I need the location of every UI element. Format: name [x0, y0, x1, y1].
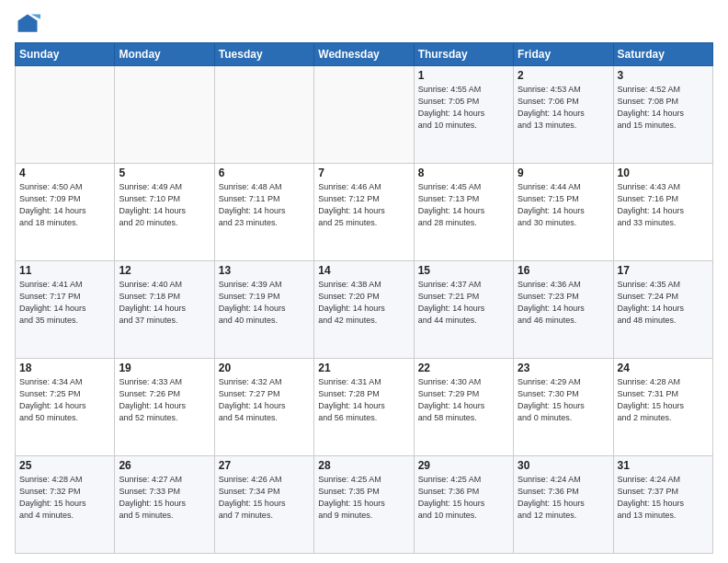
day-number: 6 [219, 167, 310, 179]
day-info: Sunrise: 4:29 AM Sunset: 7:30 PM Dayligh… [518, 376, 609, 424]
day-cell: 10Sunrise: 4:43 AM Sunset: 7:16 PM Dayli… [613, 164, 712, 261]
day-number: 17 [618, 264, 709, 277]
day-info: Sunrise: 4:26 AM Sunset: 7:34 PM Dayligh… [219, 474, 310, 522]
day-info: Sunrise: 4:53 AM Sunset: 7:06 PM Dayligh… [518, 84, 609, 132]
day-number: 12 [119, 264, 210, 277]
page: SundayMondayTuesdayWednesdayThursdayFrid… [0, 0, 728, 563]
day-info: Sunrise: 4:25 AM Sunset: 7:35 PM Dayligh… [318, 474, 409, 522]
day-cell: 9Sunrise: 4:44 AM Sunset: 7:15 PM Daylig… [514, 164, 613, 261]
day-cell: 12Sunrise: 4:40 AM Sunset: 7:18 PM Dayli… [115, 261, 214, 359]
day-number: 27 [219, 459, 310, 472]
day-number: 20 [219, 362, 310, 374]
day-info: Sunrise: 4:50 AM Sunset: 7:09 PM Dayligh… [19, 181, 110, 229]
day-cell: 13Sunrise: 4:39 AM Sunset: 7:19 PM Dayli… [214, 261, 313, 359]
day-info: Sunrise: 4:39 AM Sunset: 7:19 PM Dayligh… [219, 279, 310, 327]
day-cell: 15Sunrise: 4:37 AM Sunset: 7:21 PM Dayli… [414, 261, 513, 359]
day-cell: 28Sunrise: 4:25 AM Sunset: 7:35 PM Dayli… [314, 456, 414, 554]
day-cell [314, 66, 414, 164]
day-info: Sunrise: 4:37 AM Sunset: 7:21 PM Dayligh… [418, 279, 509, 327]
week-row-5: 25Sunrise: 4:28 AM Sunset: 7:32 PM Dayli… [16, 456, 713, 554]
day-info: Sunrise: 4:41 AM Sunset: 7:17 PM Dayligh… [19, 279, 110, 327]
day-cell: 1Sunrise: 4:55 AM Sunset: 7:05 PM Daylig… [414, 66, 513, 164]
week-row-4: 18Sunrise: 4:34 AM Sunset: 7:25 PM Dayli… [16, 359, 713, 456]
day-number: 13 [219, 264, 310, 277]
day-cell: 14Sunrise: 4:38 AM Sunset: 7:20 PM Dayli… [314, 261, 414, 359]
weekday-thursday: Thursday [414, 43, 513, 66]
day-cell: 24Sunrise: 4:28 AM Sunset: 7:31 PM Dayli… [613, 359, 712, 456]
day-cell: 2Sunrise: 4:53 AM Sunset: 7:06 PM Daylig… [514, 66, 613, 164]
day-number: 11 [19, 264, 110, 277]
day-number: 28 [318, 459, 409, 472]
day-number: 25 [19, 459, 110, 472]
day-cell: 4Sunrise: 4:50 AM Sunset: 7:09 PM Daylig… [16, 164, 115, 261]
day-number: 10 [618, 167, 709, 179]
svg-marker-0 [18, 15, 38, 32]
day-number: 31 [618, 459, 709, 472]
day-info: Sunrise: 4:24 AM Sunset: 7:36 PM Dayligh… [518, 474, 609, 522]
day-cell: 7Sunrise: 4:46 AM Sunset: 7:12 PM Daylig… [314, 164, 414, 261]
weekday-sunday: Sunday [16, 43, 115, 66]
day-number: 29 [418, 459, 509, 472]
day-cell [16, 66, 115, 164]
day-info: Sunrise: 4:24 AM Sunset: 7:37 PM Dayligh… [618, 474, 709, 522]
day-cell: 29Sunrise: 4:25 AM Sunset: 7:36 PM Dayli… [414, 456, 513, 554]
day-cell: 25Sunrise: 4:28 AM Sunset: 7:32 PM Dayli… [16, 456, 115, 554]
weekday-tuesday: Tuesday [214, 43, 313, 66]
day-cell: 30Sunrise: 4:24 AM Sunset: 7:36 PM Dayli… [514, 456, 613, 554]
day-info: Sunrise: 4:35 AM Sunset: 7:24 PM Dayligh… [618, 279, 709, 327]
day-number: 14 [318, 264, 409, 277]
day-number: 15 [418, 264, 509, 277]
day-cell [115, 66, 214, 164]
day-info: Sunrise: 4:34 AM Sunset: 7:25 PM Dayligh… [19, 376, 110, 424]
day-number: 16 [518, 264, 609, 277]
day-number: 26 [119, 459, 210, 472]
day-cell: 22Sunrise: 4:30 AM Sunset: 7:29 PM Dayli… [414, 359, 513, 456]
day-cell: 19Sunrise: 4:33 AM Sunset: 7:26 PM Dayli… [115, 359, 214, 456]
day-cell: 23Sunrise: 4:29 AM Sunset: 7:30 PM Dayli… [514, 359, 613, 456]
day-number: 18 [19, 362, 110, 374]
day-cell: 16Sunrise: 4:36 AM Sunset: 7:23 PM Dayli… [514, 261, 613, 359]
day-cell: 6Sunrise: 4:48 AM Sunset: 7:11 PM Daylig… [214, 164, 313, 261]
day-number: 19 [119, 362, 210, 374]
day-cell: 20Sunrise: 4:32 AM Sunset: 7:27 PM Dayli… [214, 359, 313, 456]
week-row-1: 1Sunrise: 4:55 AM Sunset: 7:05 PM Daylig… [16, 66, 713, 164]
day-cell: 18Sunrise: 4:34 AM Sunset: 7:25 PM Dayli… [16, 359, 115, 456]
day-info: Sunrise: 4:28 AM Sunset: 7:32 PM Dayligh… [19, 474, 110, 522]
calendar-table: SundayMondayTuesdayWednesdayThursdayFrid… [15, 42, 713, 554]
day-number: 4 [19, 167, 110, 179]
day-info: Sunrise: 4:33 AM Sunset: 7:26 PM Dayligh… [119, 376, 210, 424]
day-cell: 17Sunrise: 4:35 AM Sunset: 7:24 PM Dayli… [613, 261, 712, 359]
day-info: Sunrise: 4:55 AM Sunset: 7:05 PM Dayligh… [418, 84, 509, 132]
day-info: Sunrise: 4:27 AM Sunset: 7:33 PM Dayligh… [119, 474, 210, 522]
weekday-header-row: SundayMondayTuesdayWednesdayThursdayFrid… [16, 43, 713, 66]
day-cell: 5Sunrise: 4:49 AM Sunset: 7:10 PM Daylig… [115, 164, 214, 261]
day-info: Sunrise: 4:38 AM Sunset: 7:20 PM Dayligh… [318, 279, 409, 327]
day-info: Sunrise: 4:32 AM Sunset: 7:27 PM Dayligh… [219, 376, 310, 424]
weekday-friday: Friday [514, 43, 613, 66]
day-cell: 21Sunrise: 4:31 AM Sunset: 7:28 PM Dayli… [314, 359, 414, 456]
weekday-wednesday: Wednesday [314, 43, 414, 66]
day-info: Sunrise: 4:52 AM Sunset: 7:08 PM Dayligh… [618, 84, 709, 132]
day-number: 7 [318, 167, 409, 179]
day-info: Sunrise: 4:30 AM Sunset: 7:29 PM Dayligh… [418, 376, 509, 424]
week-row-3: 11Sunrise: 4:41 AM Sunset: 7:17 PM Dayli… [16, 261, 713, 359]
day-info: Sunrise: 4:43 AM Sunset: 7:16 PM Dayligh… [618, 181, 709, 229]
day-number: 9 [518, 167, 609, 179]
day-number: 23 [518, 362, 609, 374]
day-cell: 11Sunrise: 4:41 AM Sunset: 7:17 PM Dayli… [16, 261, 115, 359]
day-info: Sunrise: 4:28 AM Sunset: 7:31 PM Dayligh… [618, 376, 709, 424]
day-info: Sunrise: 4:25 AM Sunset: 7:36 PM Dayligh… [418, 474, 509, 522]
day-number: 24 [618, 362, 709, 374]
day-cell: 3Sunrise: 4:52 AM Sunset: 7:08 PM Daylig… [613, 66, 712, 164]
day-cell [214, 66, 313, 164]
day-cell: 27Sunrise: 4:26 AM Sunset: 7:34 PM Dayli… [214, 456, 313, 554]
day-info: Sunrise: 4:49 AM Sunset: 7:10 PM Dayligh… [119, 181, 210, 229]
day-number: 3 [618, 69, 709, 82]
day-number: 21 [318, 362, 409, 374]
day-info: Sunrise: 4:31 AM Sunset: 7:28 PM Dayligh… [318, 376, 409, 424]
weekday-monday: Monday [115, 43, 214, 66]
day-cell: 8Sunrise: 4:45 AM Sunset: 7:13 PM Daylig… [414, 164, 513, 261]
logo [15, 11, 44, 37]
day-number: 5 [119, 167, 210, 179]
logo-icon [15, 11, 40, 37]
